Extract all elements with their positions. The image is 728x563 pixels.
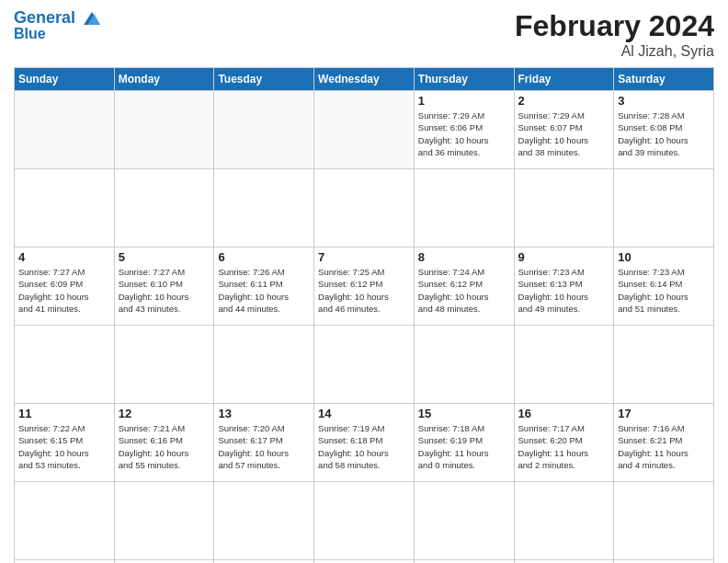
day-number: 17: [618, 407, 710, 420]
day-number: 2: [518, 94, 610, 108]
calendar: SundayMondayTuesdayWednesdayThursdayFrid…: [14, 67, 714, 563]
title-block: February 2024 Al Jizah, Syria: [515, 9, 714, 60]
calendar-body: 1Sunrise: 7:29 AM Sunset: 6:06 PM Daylig…: [15, 91, 714, 564]
row-separator: [15, 482, 714, 560]
page: General Blue February 2024 Al Jizah, Syr…: [0, 0, 728, 563]
weekday-wednesday: Wednesday: [314, 68, 415, 91]
main-title: February 2024: [515, 9, 714, 43]
day-detail: Sunrise: 7:17 AM Sunset: 6:20 PM Dayligh…: [518, 422, 610, 471]
day-detail: Sunrise: 7:18 AM Sunset: 6:19 PM Dayligh…: [418, 422, 510, 471]
day-cell: 15Sunrise: 7:18 AM Sunset: 6:19 PM Dayli…: [414, 404, 514, 482]
day-cell: [314, 91, 415, 169]
day-number: 16: [518, 407, 610, 420]
logo: General Blue: [14, 9, 102, 41]
day-cell: 1Sunrise: 7:29 AM Sunset: 6:06 PM Daylig…: [414, 91, 514, 169]
weekday-saturday: Saturday: [614, 68, 714, 91]
weekday-friday: Friday: [514, 68, 614, 91]
day-number: 9: [518, 250, 610, 264]
day-number: 14: [318, 407, 410, 420]
day-cell: 17Sunrise: 7:16 AM Sunset: 6:21 PM Dayli…: [614, 404, 714, 482]
day-cell: 22Sunrise: 7:11 AM Sunset: 6:25 PM Dayli…: [414, 560, 514, 564]
day-number: 3: [618, 94, 710, 108]
day-detail: Sunrise: 7:20 AM Sunset: 6:17 PM Dayligh…: [218, 422, 310, 471]
day-cell: 3Sunrise: 7:28 AM Sunset: 6:08 PM Daylig…: [614, 91, 714, 169]
day-cell: 9Sunrise: 7:23 AM Sunset: 6:13 PM Daylig…: [514, 247, 614, 326]
day-number: 1: [418, 94, 510, 108]
day-cell: [214, 91, 314, 169]
day-number: 15: [418, 407, 510, 420]
logo-general: General: [14, 8, 75, 27]
day-cell: 24Sunrise: 7:09 AM Sunset: 6:26 PM Dayli…: [614, 560, 714, 564]
sub-title: Al Jizah, Syria: [515, 43, 714, 60]
day-number: 6: [218, 250, 310, 264]
header: General Blue February 2024 Al Jizah, Syr…: [14, 9, 714, 60]
logo-icon: [82, 10, 102, 27]
day-cell: 20Sunrise: 7:13 AM Sunset: 6:23 PM Dayli…: [214, 560, 314, 564]
day-cell: 6Sunrise: 7:26 AM Sunset: 6:11 PM Daylig…: [214, 247, 314, 326]
day-cell: [114, 91, 214, 169]
day-detail: Sunrise: 7:16 AM Sunset: 6:21 PM Dayligh…: [618, 422, 710, 471]
weekday-tuesday: Tuesday: [214, 68, 314, 91]
day-detail: Sunrise: 7:26 AM Sunset: 6:11 PM Dayligh…: [218, 266, 310, 315]
day-detail: Sunrise: 7:21 AM Sunset: 6:16 PM Dayligh…: [119, 422, 210, 471]
day-detail: Sunrise: 7:28 AM Sunset: 6:08 PM Dayligh…: [618, 109, 710, 158]
weekday-monday: Monday: [114, 68, 214, 91]
day-detail: Sunrise: 7:24 AM Sunset: 6:12 PM Dayligh…: [418, 266, 510, 315]
logo-blue: Blue: [14, 26, 102, 42]
day-detail: Sunrise: 7:29 AM Sunset: 6:06 PM Dayligh…: [418, 109, 510, 158]
weekday-thursday: Thursday: [414, 68, 514, 91]
day-cell: 18Sunrise: 7:15 AM Sunset: 6:21 PM Dayli…: [15, 560, 115, 564]
day-cell: 4Sunrise: 7:27 AM Sunset: 6:09 PM Daylig…: [15, 247, 115, 326]
day-detail: Sunrise: 7:22 AM Sunset: 6:15 PM Dayligh…: [18, 422, 110, 471]
weekday-header: SundayMondayTuesdayWednesdayThursdayFrid…: [15, 68, 714, 91]
day-number: 7: [318, 250, 410, 264]
day-number: 8: [418, 250, 510, 264]
day-detail: Sunrise: 7:23 AM Sunset: 6:14 PM Dayligh…: [618, 266, 710, 315]
day-cell: 19Sunrise: 7:14 AM Sunset: 6:22 PM Dayli…: [114, 560, 214, 564]
day-number: 13: [218, 407, 310, 420]
day-cell: 12Sunrise: 7:21 AM Sunset: 6:16 PM Dayli…: [114, 404, 214, 482]
day-detail: Sunrise: 7:29 AM Sunset: 6:07 PM Dayligh…: [518, 109, 610, 158]
week-row-2: 4Sunrise: 7:27 AM Sunset: 6:09 PM Daylig…: [15, 247, 714, 326]
day-cell: 14Sunrise: 7:19 AM Sunset: 6:18 PM Dayli…: [314, 404, 415, 482]
day-cell: 11Sunrise: 7:22 AM Sunset: 6:15 PM Dayli…: [15, 404, 115, 482]
day-cell: 23Sunrise: 7:10 AM Sunset: 6:26 PM Dayli…: [514, 560, 614, 564]
day-cell: 5Sunrise: 7:27 AM Sunset: 6:10 PM Daylig…: [114, 247, 214, 326]
day-cell: 10Sunrise: 7:23 AM Sunset: 6:14 PM Dayli…: [614, 247, 714, 326]
day-number: 12: [119, 407, 210, 420]
weekday-sunday: Sunday: [15, 68, 115, 91]
day-detail: Sunrise: 7:19 AM Sunset: 6:18 PM Dayligh…: [318, 422, 410, 471]
day-cell: 21Sunrise: 7:12 AM Sunset: 6:24 PM Dayli…: [314, 560, 415, 564]
day-cell: 7Sunrise: 7:25 AM Sunset: 6:12 PM Daylig…: [314, 247, 415, 326]
day-cell: 8Sunrise: 7:24 AM Sunset: 6:12 PM Daylig…: [414, 247, 514, 326]
week-row-4: 18Sunrise: 7:15 AM Sunset: 6:21 PM Dayli…: [15, 560, 714, 564]
row-separator: [15, 169, 714, 247]
row-separator: [15, 326, 714, 404]
logo-text: General: [14, 9, 102, 28]
day-cell: 2Sunrise: 7:29 AM Sunset: 6:07 PM Daylig…: [514, 91, 614, 169]
day-number: 11: [18, 407, 110, 420]
day-detail: Sunrise: 7:27 AM Sunset: 6:10 PM Dayligh…: [119, 266, 210, 315]
day-cell: 13Sunrise: 7:20 AM Sunset: 6:17 PM Dayli…: [214, 404, 314, 482]
day-cell: 16Sunrise: 7:17 AM Sunset: 6:20 PM Dayli…: [514, 404, 614, 482]
day-number: 4: [18, 250, 110, 264]
week-row-3: 11Sunrise: 7:22 AM Sunset: 6:15 PM Dayli…: [15, 404, 714, 482]
day-detail: Sunrise: 7:27 AM Sunset: 6:09 PM Dayligh…: [18, 266, 110, 315]
day-number: 5: [119, 250, 210, 264]
day-number: 10: [618, 250, 710, 264]
day-detail: Sunrise: 7:25 AM Sunset: 6:12 PM Dayligh…: [318, 266, 410, 315]
day-detail: Sunrise: 7:23 AM Sunset: 6:13 PM Dayligh…: [518, 266, 610, 315]
week-row-1: 1Sunrise: 7:29 AM Sunset: 6:06 PM Daylig…: [15, 91, 714, 169]
day-cell: [15, 91, 115, 169]
